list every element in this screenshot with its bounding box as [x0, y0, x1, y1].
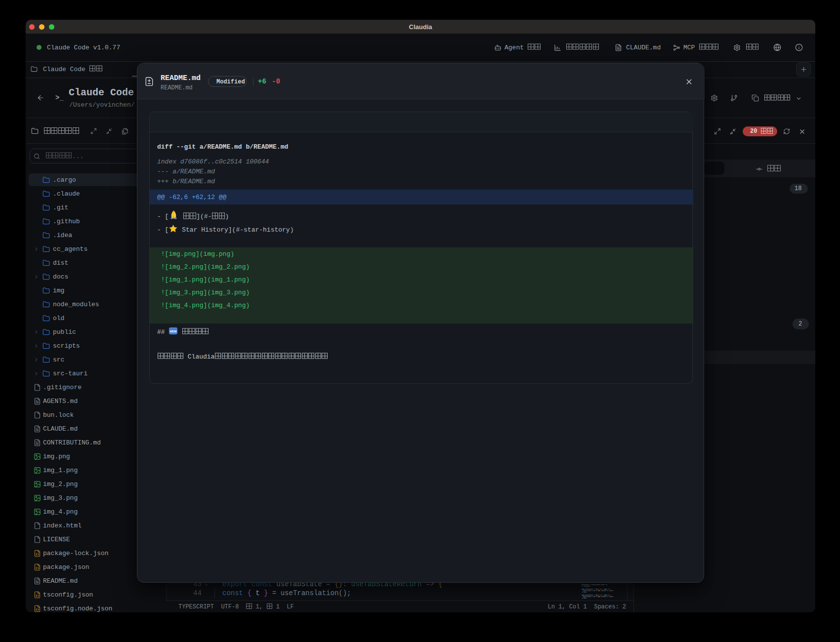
svg-text:NEW: NEW — [170, 330, 177, 333]
